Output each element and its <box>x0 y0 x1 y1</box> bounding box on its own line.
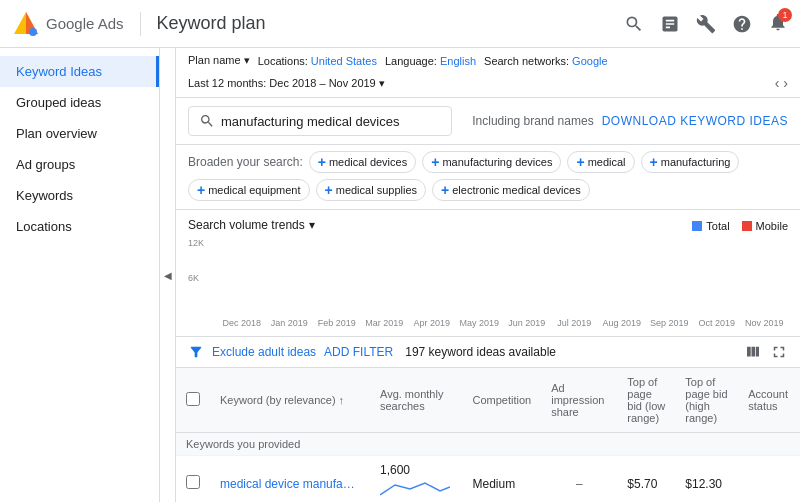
brand-names-label: Including brand names <box>472 114 593 128</box>
plus-icon: + <box>650 154 658 170</box>
locations-value[interactable]: United States <box>311 55 377 67</box>
plus-icon: + <box>325 182 333 198</box>
chart-section: Search volume trends ▾ Total Mobile <box>176 210 800 337</box>
x-label: Apr 2019 <box>408 318 456 328</box>
search-bar: manufacturing medical devices Including … <box>176 98 800 145</box>
plus-icon: + <box>318 154 326 170</box>
topbar-actions: 1 <box>624 12 788 35</box>
page-title: Keyword plan <box>157 13 266 34</box>
row-bid-high: $12.30 <box>675 456 738 503</box>
svg-point-2 <box>29 28 37 36</box>
x-label: Sep 2019 <box>646 318 694 328</box>
sidebar-item-ad-groups[interactable]: Ad groups <box>0 149 159 180</box>
notification-badge: 1 <box>778 8 792 22</box>
sidebar-container: Keyword Ideas Grouped ideas Plan overvie… <box>0 48 176 502</box>
columns-icon[interactable] <box>744 343 762 361</box>
x-label: Oct 2019 <box>693 318 741 328</box>
ideas-count: 197 keyword ideas available <box>405 345 556 359</box>
trend-sparkline <box>380 477 450 501</box>
table-header-row: Keyword (by relevance) ↑ Avg. monthly se… <box>176 368 800 433</box>
x-label: Aug 2019 <box>598 318 646 328</box>
chart-title[interactable]: Search volume trends ▾ <box>188 218 315 232</box>
broaden-chip-medical-equipment[interactable]: +medical equipment <box>188 179 310 201</box>
reports-icon[interactable] <box>660 14 680 34</box>
toolbar-row: Exclude adult ideas ADD FILTER 197 keywo… <box>176 337 800 368</box>
sidebar-collapse-btn[interactable]: ◀ <box>160 48 176 502</box>
notifications-wrapper[interactable]: 1 <box>768 12 788 35</box>
sidebar-item-grouped-ideas[interactable]: Grouped ideas <box>0 87 159 118</box>
legend-mobile: Mobile <box>742 220 788 232</box>
date-range: Last 12 months: Dec 2018 – Nov 2019 ▾ <box>188 77 385 90</box>
sidebar-item-plan-overview[interactable]: Plan overview <box>0 118 159 149</box>
sidebar-item-keyword-ideas[interactable]: Keyword Ideas <box>0 56 159 87</box>
app-logo: Google Ads <box>12 10 124 38</box>
sidebar-item-keywords[interactable]: Keywords <box>0 180 159 211</box>
topbar-divider <box>140 12 141 36</box>
x-label: Jun 2019 <box>503 318 551 328</box>
help-icon[interactable] <box>732 14 752 34</box>
x-label: May 2019 <box>456 318 504 328</box>
filter-bar: Plan name ▾ Locations: United States Lan… <box>176 48 800 98</box>
section-provided: Keywords you provided <box>176 433 800 456</box>
plus-icon: + <box>431 154 439 170</box>
chart-y-axis: 12K 6K <box>188 238 218 308</box>
x-label: Jul 2019 <box>551 318 599 328</box>
x-label: Mar 2019 <box>361 318 409 328</box>
broaden-label: Broaden your search: <box>188 155 303 169</box>
section-provided-label: Keywords you provided <box>176 433 800 456</box>
row-checkbox[interactable] <box>186 475 200 489</box>
sidebar-item-locations[interactable]: Locations <box>0 211 159 242</box>
legend-total-color <box>692 221 702 231</box>
tools-icon[interactable] <box>696 14 716 34</box>
keyword-table: Keyword (by relevance) ↑ Avg. monthly se… <box>176 368 800 502</box>
app-name: Google Ads <box>46 15 124 32</box>
broaden-chip-medical[interactable]: +medical <box>567 151 634 173</box>
row-checkbox-cell <box>176 456 210 503</box>
search-icon[interactable] <box>624 14 644 34</box>
header-monthly-searches: Avg. monthly searches <box>370 368 463 433</box>
search-icon <box>199 113 215 129</box>
networks-value[interactable]: Google <box>572 55 607 67</box>
expand-icon[interactable] <box>770 343 788 361</box>
x-label: Dec 2018 <box>218 318 266 328</box>
select-all-checkbox[interactable] <box>186 392 200 406</box>
plus-icon: + <box>576 154 584 170</box>
filter-back-btn[interactable]: ‹ <box>775 75 780 91</box>
main-content: Plan name ▾ Locations: United States Lan… <box>176 48 800 502</box>
header-account-status: Account status <box>738 368 800 433</box>
x-label: Jan 2019 <box>266 318 314 328</box>
filter-nav: ‹ › <box>775 75 788 91</box>
language-value[interactable]: English <box>440 55 476 67</box>
row-bid-low: $5.70 <box>617 456 675 503</box>
filter-forward-btn[interactable]: › <box>783 75 788 91</box>
broaden-chip-medical-devices[interactable]: +medical devices <box>309 151 416 173</box>
chart-wrap: 12K 6K Dec 2018Jan 2019Feb 2019Mar 2019A… <box>188 238 788 328</box>
google-ads-logo-icon <box>12 10 40 38</box>
header-checkbox-cell <box>176 368 210 433</box>
search-input-wrap[interactable]: manufacturing medical devices <box>188 106 452 136</box>
row-impression: – <box>541 456 617 503</box>
plus-icon: + <box>441 182 449 198</box>
language-label: Language: English <box>385 55 476 67</box>
x-label: Nov 2019 <box>741 318 789 328</box>
row-status <box>738 456 800 503</box>
row-competition: Medium <box>463 456 542 503</box>
exclude-adult-ideas-btn[interactable]: Exclude adult ideas <box>212 345 316 359</box>
search-query: manufacturing medical devices <box>221 114 441 129</box>
download-keyword-ideas-btn[interactable]: DOWNLOAD KEYWORD IDEAS <box>602 114 788 128</box>
chart-title-caret: ▾ <box>309 218 315 232</box>
header-bid-low: Top of page bid (low range) <box>617 368 675 433</box>
broaden-chip-manufacturing-devices[interactable]: +manufacturing devices <box>422 151 561 173</box>
plus-icon: + <box>197 182 205 198</box>
broaden-chip-electronic-medical-devices[interactable]: +electronic medical devices <box>432 179 590 201</box>
broaden-chip-medical-supplies[interactable]: +medical supplies <box>316 179 427 201</box>
row-keyword[interactable]: medical device manufactur... <box>210 456 370 503</box>
chart-bars <box>218 238 788 308</box>
topbar: Google Ads Keyword plan 1 <box>0 0 800 48</box>
add-filter-btn[interactable]: ADD FILTER <box>324 345 393 359</box>
broaden-chip-manufacturing[interactable]: +manufacturing <box>641 151 740 173</box>
broaden-bar: Broaden your search: +medical devices +m… <box>176 145 800 210</box>
networks-label: Search networks: Google <box>484 55 608 67</box>
row-monthly: 1,600 <box>370 456 463 503</box>
header-keyword: Keyword (by relevance) ↑ <box>210 368 370 433</box>
